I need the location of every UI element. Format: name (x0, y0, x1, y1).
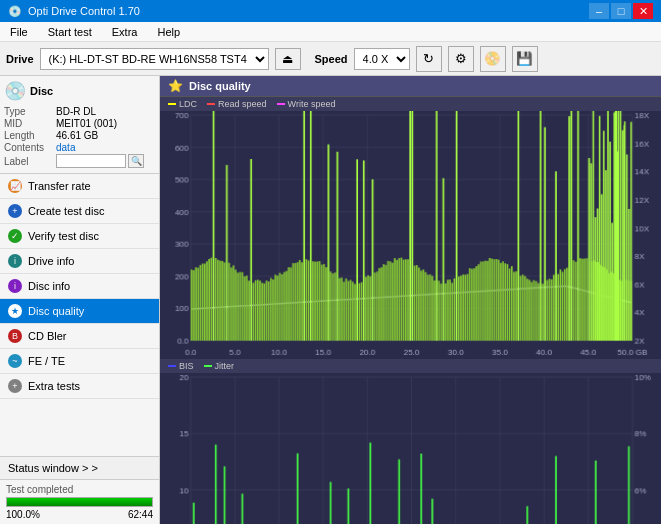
panel-title: Disc quality (189, 80, 251, 92)
bis-chart (160, 373, 661, 524)
disc-section-title: Disc (30, 85, 53, 97)
speed-select[interactable]: 4.0 X (354, 48, 410, 70)
disc-mid-row: MID MEIT01 (001) (4, 118, 155, 129)
menu-extra[interactable]: Extra (106, 24, 144, 40)
chart1-legend: LDC Read speed Write speed (160, 97, 661, 111)
disc-length-label: Length (4, 130, 56, 141)
fe-te-label: FE / TE (28, 355, 65, 367)
sidebar: 💿 Disc Type BD-R DL MID MEIT01 (001) Len… (0, 76, 160, 524)
bis-legend-label: BIS (179, 361, 194, 371)
bis-chart-container: BIS Jitter (160, 359, 661, 524)
create-test-disc-icon: + (8, 204, 22, 218)
disc-type-label: Type (4, 106, 56, 117)
menu-start-test[interactable]: Start test (42, 24, 98, 40)
disc-contents-label: Contents (4, 142, 56, 153)
sidebar-item-drive-info[interactable]: i Drive info (0, 249, 159, 274)
extra-tests-label: Extra tests (28, 380, 80, 392)
sidebar-item-cd-bler[interactable]: B CD Bler (0, 324, 159, 349)
sidebar-item-disc-quality[interactable]: ★ Disc quality (0, 299, 159, 324)
status-window-label: Status window > > (8, 462, 98, 474)
disc-mid-label: MID (4, 118, 56, 129)
disc-label-input[interactable] (56, 154, 126, 168)
disc-mid-value: MEIT01 (001) (56, 118, 117, 129)
disc-info-icon: i (8, 279, 22, 293)
jitter-legend-dot (204, 365, 212, 367)
read-speed-legend-dot (207, 103, 215, 105)
disc-label-label: Label (4, 156, 56, 167)
sidebar-item-fe-te[interactable]: ~ FE / TE (0, 349, 159, 374)
panel-header: ⭐ Disc quality (160, 76, 661, 97)
sidebar-item-verify-test-disc[interactable]: ✓ Verify test disc (0, 224, 159, 249)
disc-type-value: BD-R DL (56, 106, 96, 117)
save-button[interactable]: 💾 (512, 46, 538, 72)
charts-area: LDC Read speed Write speed (160, 97, 661, 524)
create-test-disc-label: Create test disc (28, 205, 104, 217)
bis-legend-dot (168, 365, 176, 367)
disc-type-row: Type BD-R DL (4, 106, 155, 117)
panel-icon: ⭐ (168, 79, 183, 93)
title-bar-controls: – □ ✕ (589, 3, 653, 19)
fe-te-icon: ~ (8, 354, 22, 368)
drive-info-icon: i (8, 254, 22, 268)
progress-percent: 100.0% (6, 509, 40, 520)
disc-panel: 💿 Disc Type BD-R DL MID MEIT01 (001) Len… (0, 76, 159, 174)
maximize-button[interactable]: □ (611, 3, 631, 19)
elapsed-time: 62:44 (128, 509, 153, 520)
disc-length-value: 46.61 GB (56, 130, 98, 141)
refresh-button[interactable]: ↻ (416, 46, 442, 72)
progress-row: 100.0% 62:44 (6, 509, 153, 520)
chart2-legend: BIS Jitter (160, 359, 661, 373)
ldc-legend-dot (168, 103, 176, 105)
transfer-rate-icon: 📈 (8, 179, 22, 193)
main-content: ⭐ Disc quality LDC Read speed (160, 76, 661, 524)
menu-bar: File Start test Extra Help (0, 22, 661, 42)
verify-test-disc-icon: ✓ (8, 229, 22, 243)
ldc-legend-label: LDC (179, 99, 197, 109)
toolbar: Drive (K:) HL-DT-ST BD-RE WH16NS58 TST4 … (0, 42, 661, 76)
ldc-chart-container: LDC Read speed Write speed (160, 97, 661, 359)
verify-test-disc-label: Verify test disc (28, 230, 99, 242)
write-speed-legend-dot (277, 103, 285, 105)
sidebar-item-extra-tests[interactable]: + Extra tests (0, 374, 159, 399)
disc-quality-icon: ★ (8, 304, 22, 318)
ldc-chart (160, 111, 661, 359)
drive-label: Drive (6, 53, 34, 65)
bis-legend: BIS (168, 361, 194, 371)
app-icon: 💿 (8, 5, 22, 18)
sidebar-bottom: Test completed 100.0% 62:44 (0, 479, 159, 524)
title-bar: 💿 Opti Drive Control 1.70 – □ ✕ (0, 0, 661, 22)
drive-info-label: Drive info (28, 255, 74, 267)
progress-bar-fill (7, 498, 152, 506)
minimize-button[interactable]: – (589, 3, 609, 19)
app-title: Opti Drive Control 1.70 (28, 5, 140, 17)
eject-button[interactable]: ⏏ (275, 48, 301, 70)
media-button[interactable]: 📀 (480, 46, 506, 72)
sidebar-item-create-test-disc[interactable]: + Create test disc (0, 199, 159, 224)
write-speed-legend: Write speed (277, 99, 336, 109)
sidebar-item-disc-info[interactable]: i Disc info (0, 274, 159, 299)
status-window-button[interactable]: Status window > > (0, 456, 159, 479)
read-speed-legend-label: Read speed (218, 99, 267, 109)
status-text: Test completed (6, 484, 153, 495)
menu-help[interactable]: Help (151, 24, 186, 40)
main-layout: 💿 Disc Type BD-R DL MID MEIT01 (001) Len… (0, 76, 661, 524)
sidebar-item-transfer-rate[interactable]: 📈 Transfer rate (0, 174, 159, 199)
close-button[interactable]: ✕ (633, 3, 653, 19)
disc-quality-panel: ⭐ Disc quality LDC Read speed (160, 76, 661, 524)
disc-header: 💿 Disc (4, 80, 155, 102)
settings-button[interactable]: ⚙ (448, 46, 474, 72)
disc-contents-value: data (56, 142, 75, 153)
disc-contents-row: Contents data (4, 142, 155, 153)
title-bar-left: 💿 Opti Drive Control 1.70 (8, 5, 140, 18)
speed-label: Speed (315, 53, 348, 65)
jitter-legend: Jitter (204, 361, 235, 371)
menu-file[interactable]: File (4, 24, 34, 40)
transfer-rate-label: Transfer rate (28, 180, 91, 192)
extra-tests-icon: + (8, 379, 22, 393)
ldc-legend: LDC (168, 99, 197, 109)
drive-select[interactable]: (K:) HL-DT-ST BD-RE WH16NS58 TST4 (40, 48, 269, 70)
nav-items: 📈 Transfer rate + Create test disc ✓ Ver… (0, 174, 159, 456)
disc-label-button[interactable]: 🔍 (128, 154, 144, 168)
disc-quality-label: Disc quality (28, 305, 84, 317)
cd-bler-icon: B (8, 329, 22, 343)
